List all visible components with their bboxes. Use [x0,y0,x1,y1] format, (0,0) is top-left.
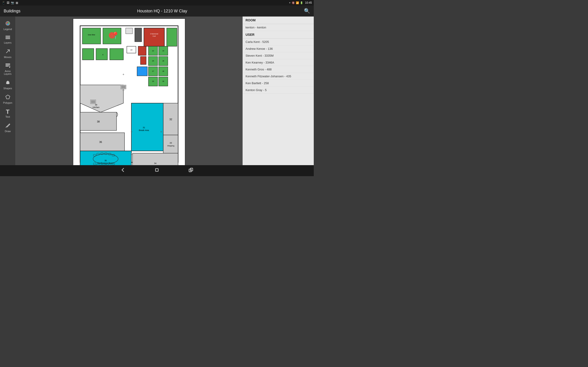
svg-rect-58 [91,100,95,103]
svg-text:10: 10 [130,49,132,51]
svg-text:+: + [160,130,162,133]
svg-rect-9 [6,65,10,65]
anno-layers-icon [5,63,10,69]
sidebar-item-draw[interactable]: Draw [0,120,15,135]
sidebar-item-layers[interactable]: Layers [0,33,15,46]
svg-rect-97 [126,28,132,34]
top-bar: Buildings Houston HQ - 1210 W Clay 🔍 [0,6,314,17]
svg-line-16 [9,124,10,124]
panel-user-item-7[interactable]: Kenton Gray - 5 [243,87,314,94]
svg-rect-30 [96,49,107,60]
svg-text:Kitchen: Kitchen [93,106,99,108]
svg-rect-61 [80,133,124,151]
panel-user-item-1[interactable]: Andrew Kenoe - 136 [243,45,314,52]
svg-text:36: 36 [99,141,102,143]
svg-rect-79 [131,103,163,151]
status-icons-left: 📱 🖼 📷 ▦ [2,1,18,4]
svg-text:26: 26 [162,60,164,62]
sidebar-label-polygon: Polygon [3,101,12,104]
sidebar-label-legend: Legend [3,28,12,31]
svg-text:38: 38 [97,120,100,123]
svg-text:31: 31 [143,126,145,129]
svg-text:📍: 📍 [111,34,114,37]
svg-point-3 [7,23,9,25]
app-title: Buildings [4,9,20,14]
sidebar-label-draw: Draw [5,130,11,133]
bluetooth-status-icon: ✦ [289,1,291,4]
sidebar-item-polygon[interactable]: Polygon [0,92,15,106]
sidebar-label-text: Text [5,115,10,118]
search-button[interactable]: 🔍 [304,8,310,14]
wifi-status-icon: 📶 [296,1,299,4]
time-display: 10:45 [305,1,312,4]
svg-marker-14 [6,95,10,99]
status-bar: 📱 🖼 📷 ▦ ✦ 🔇 📶 🔋 10:45 [0,0,314,6]
svg-text:97: 97 [123,89,125,91]
recent-apps-button[interactable] [188,167,194,175]
svg-text:33: 33 [170,142,172,144]
svg-text:22: 22 [152,50,154,52]
svg-rect-10 [6,66,9,67]
sidebar-item-shapes[interactable]: Shapes [0,77,15,92]
sidebar-item-text[interactable]: T Text [0,106,15,120]
svg-line-7 [6,50,9,53]
svg-rect-28 [167,28,177,46]
svg-text:+: + [131,130,132,133]
shapes-icon [5,80,10,86]
svg-text:Break Area: Break Area [139,129,149,131]
sidebar-label-shapes: Shapes [3,87,12,90]
back-button[interactable] [120,167,126,175]
photo-icon: 🖼 [7,1,9,4]
barcode-icon: ▦ [16,1,18,4]
svg-rect-4 [6,38,10,39]
home-button[interactable] [154,167,160,175]
right-panel: ROOM kenton - kenton USER Carla Kent - 5… [242,17,314,165]
draw-icon [5,123,10,129]
svg-text:30: 30 [162,81,164,82]
svg-point-2 [8,22,9,24]
panel-user-item-4[interactable]: Kenneth Gros - 488 [243,66,314,73]
svg-text:28: 28 [162,70,164,72]
mute-status-icon: 🔇 [292,1,295,4]
text-icon: T [6,109,10,115]
sidebar-item-legend[interactable]: Legend [0,18,15,33]
svg-text:Sean Betz: Sean Betz [88,34,95,35]
floor-plan[interactable]: Sean Betz 📍 3 Hammond Conf 8 [73,18,185,165]
svg-text:25: 25 [152,60,154,62]
svg-rect-25 [144,28,164,46]
svg-text:35: 35 [104,159,107,162]
panel-user-item-6[interactable]: Ken Bartlett - 258 [243,80,314,87]
user-section-header: USER [243,31,314,39]
panel-room-item-0[interactable]: kenton - kenton [243,24,314,31]
legend-icon [5,21,10,27]
svg-text:27: 27 [152,70,154,72]
sidebar-item-anno-layers[interactable]: Anno Layers [0,61,15,77]
svg-point-1 [6,22,8,24]
panel-user-item-0[interactable]: Carla Kent - 5205 [243,39,314,45]
floor-plan-container: Sean Betz 📍 3 Hammond Conf 8 [16,17,242,165]
room-section-header: ROOM [243,17,314,24]
svg-rect-24 [135,28,142,42]
svg-rect-8 [6,64,10,64]
svg-rect-95 [121,85,125,88]
panel-user-item-3[interactable]: Ken Kearney - 3346A [243,59,314,66]
svg-text:+: + [131,152,132,156]
svg-text:+: + [122,73,124,76]
panel-user-item-2[interactable]: Steven Kent - 3335M [243,52,314,59]
svg-rect-49 [137,67,147,76]
sidebar-label-anno-layers: Anno Layers [1,70,15,75]
panel-user-item-5[interactable]: Kenneth Fitzwater-Johansen - 435 [243,73,314,80]
layers-icon [5,35,10,41]
svg-text:3 Hammond: 3 Hammond [150,33,158,35]
svg-rect-29 [82,49,94,60]
main-area: Sean Betz 📍 3 Hammond Conf 8 [16,17,314,165]
sidebar-item-moves[interactable]: Moves [0,46,15,61]
sidebar: Legend Layers Moves [0,17,16,165]
svg-rect-36 [141,56,146,65]
svg-rect-18 [82,28,101,44]
svg-text:8: 8 [103,54,103,56]
svg-rect-35 [138,46,146,56]
svg-text:32: 32 [169,118,172,121]
svg-text:34: 34 [154,162,156,165]
svg-text:23: 23 [162,50,164,52]
